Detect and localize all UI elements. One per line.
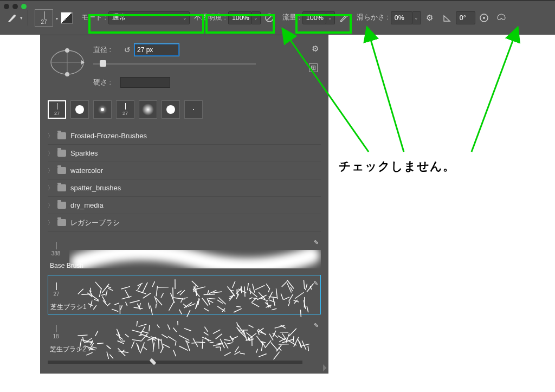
brush-preset-card[interactable]: 27✎芝生ブラシ1 (48, 275, 321, 314)
svg-line-122 (283, 297, 289, 300)
svg-line-171 (227, 343, 233, 344)
svg-line-80 (95, 282, 102, 289)
svg-line-102 (281, 294, 283, 300)
tip-preset[interactable] (162, 100, 180, 119)
svg-line-175 (161, 339, 163, 349)
svg-line-93 (244, 286, 245, 297)
svg-line-129 (126, 302, 127, 306)
smoothing-label: 滑らかさ : (357, 13, 389, 22)
pressure-opacity-icon[interactable] (263, 11, 276, 24)
brush-preset-card[interactable]: 18✎芝生ブラシ2 (48, 318, 321, 356)
svg-line-182 (80, 339, 81, 350)
symmetry-butterfly-icon[interactable] (495, 11, 508, 24)
flip-reset-icon[interactable]: ↺ (122, 45, 132, 55)
svg-line-88 (233, 281, 235, 288)
brush-panel-toggle-icon[interactable] (61, 12, 73, 24)
svg-line-160 (220, 347, 221, 351)
tip-preset[interactable]: 27 (116, 100, 134, 119)
hardness-swatch[interactable] (120, 77, 170, 88)
svg-point-3 (347, 16, 348, 17)
flow-dropdown[interactable]: ⌄ (326, 11, 335, 24)
angle-value-box[interactable]: 0° (456, 11, 475, 24)
opacity-label: 不透明度 : (194, 13, 226, 22)
tip-preset[interactable] (93, 100, 112, 119)
options-bar: ▾ 27 ▾ モード : 通常 ⌄ 不透明度 : 100% ⌄ 流量 : 100… (0, 0, 555, 35)
svg-line-114 (282, 281, 287, 287)
svg-line-222 (178, 321, 178, 325)
edit-brush-icon[interactable]: ✎ (314, 239, 319, 246)
brush-folder[interactable]: 〉Sparkles (48, 145, 321, 162)
svg-line-204 (273, 352, 279, 360)
svg-line-90 (107, 303, 111, 306)
edit-brush-icon[interactable]: ✎ (314, 322, 319, 329)
svg-line-58 (207, 298, 210, 304)
svg-line-276 (240, 353, 245, 354)
chevron-down-icon: ⌄ (183, 15, 187, 21)
chevron-right-icon: 〉 (48, 132, 53, 140)
smoothing-value-box[interactable]: 0% (391, 11, 412, 24)
svg-line-213 (257, 330, 259, 335)
panel-scrollbar[interactable] (48, 361, 302, 364)
svg-line-293 (173, 327, 177, 332)
svg-line-132 (196, 299, 199, 308)
brush-size-value: 27 (41, 19, 47, 25)
brush-folder[interactable]: 〉Frosted-Frozen-Brushes (48, 127, 321, 145)
opacity-value-box[interactable]: 100% (228, 11, 252, 24)
svg-line-258 (237, 323, 238, 327)
tip-preset[interactable] (139, 100, 157, 119)
svg-line-37 (143, 282, 147, 293)
svg-line-187 (139, 324, 147, 327)
svg-line-272 (132, 339, 142, 341)
svg-line-283 (271, 342, 278, 350)
svg-line-134 (204, 308, 209, 311)
svg-line-223 (157, 325, 160, 328)
new-brush-icon[interactable]: ⊞ (309, 63, 318, 72)
opacity-dropdown[interactable]: ⌄ (252, 11, 261, 24)
brush-size-indicator: 388 (48, 242, 64, 256)
svg-line-247 (95, 331, 98, 336)
edit-brush-icon[interactable]: ✎ (313, 280, 318, 287)
svg-line-124 (78, 289, 83, 294)
brush-folder[interactable]: 〉watercolor (48, 162, 321, 179)
folder-icon (57, 167, 66, 174)
brush-folder[interactable]: 〉spatter_brushes (48, 179, 321, 197)
smoothing-dropdown[interactable]: ⌄ (412, 11, 421, 24)
svg-line-84 (250, 288, 251, 294)
tip-preset[interactable] (70, 100, 89, 119)
smoothing-gear-icon[interactable]: ⚙ (423, 11, 436, 24)
brush-stroke-preview: ✎ (69, 238, 321, 260)
svg-line-148 (81, 294, 91, 294)
brush-folder[interactable]: 〉dry_media (48, 197, 321, 214)
angle-icon (441, 11, 454, 24)
tip-preset[interactable]: 27 (48, 100, 66, 119)
svg-line-113 (99, 288, 101, 297)
brush-folder[interactable]: 〉レガシーブラシ (48, 214, 321, 232)
svg-line-126 (307, 284, 314, 292)
svg-line-8 (472, 38, 514, 152)
diameter-slider[interactable] (93, 60, 256, 68)
diameter-input[interactable] (134, 44, 179, 56)
svg-line-221 (204, 332, 209, 335)
brush-tip-row: 27 27 (40, 95, 328, 124)
brush-preset-card[interactable]: 388✎Base Brush (48, 235, 321, 272)
brush-tool-indicator[interactable]: ▾ (7, 10, 23, 26)
brush-size-preset[interactable]: 27 ▾ (35, 9, 53, 27)
flow-value-box[interactable]: 100% (302, 11, 326, 24)
svg-point-13 (65, 72, 69, 76)
panel-resize-grip[interactable]: ◢ (318, 363, 327, 372)
panel-gear-icon[interactable]: ⚙ (312, 44, 319, 54)
svg-line-261 (137, 321, 138, 326)
tip-preset[interactable] (184, 100, 203, 119)
svg-line-209 (162, 335, 167, 338)
blend-mode-dropdown[interactable]: 通常 ⌄ (108, 11, 190, 24)
folder-name: Frosted-Frozen-Brushes (70, 132, 147, 140)
folder-icon (57, 184, 66, 191)
svg-line-243 (259, 354, 266, 357)
brush-angle-control[interactable] (48, 43, 87, 82)
svg-line-96 (151, 306, 152, 315)
airbrush-icon[interactable] (337, 11, 350, 24)
folder-name: spatter_brushes (70, 184, 121, 192)
svg-line-244 (131, 342, 134, 348)
pressure-size-icon[interactable] (477, 11, 491, 24)
window-traffic-lights[interactable] (4, 4, 27, 9)
